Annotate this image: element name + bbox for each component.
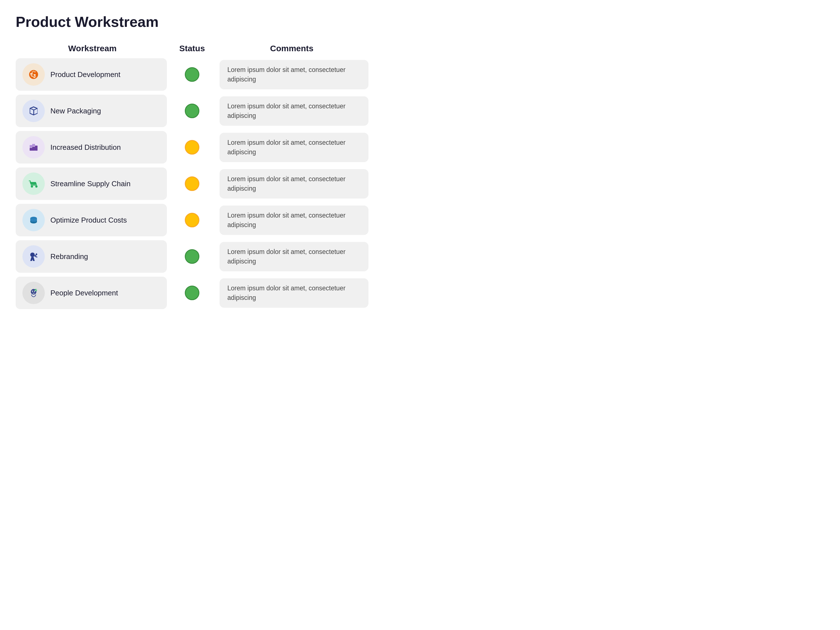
svg-point-11 [32,291,33,292]
comments-text-increased-distribution: Lorem ipsum dolor sit amet, consectetuer… [227,138,361,157]
comments-text-rebranding: Lorem ipsum dolor sit amet, consectetuer… [227,247,361,266]
status-cell-rebranding [167,249,217,264]
table-row-streamline-supply-chain: Streamline Supply Chain Lorem ipsum dolo… [16,167,368,200]
workstream-label-optimize-product-costs: Optimize Product Costs [51,216,127,224]
comments-text-streamline-supply-chain: Lorem ipsum dolor sit amet, consectetuer… [227,174,361,193]
workstream-cell-product-development: Product Development [16,58,167,91]
table-row-product-development: Product Development Lorem ipsum dolor si… [16,58,368,91]
icon-rebranding [22,245,45,268]
status-dot-streamline-supply-chain [185,177,199,191]
icon-optimize-product-costs [22,209,45,231]
workstream-table: Workstream Status Comments Product Devel… [16,44,368,309]
workstream-label-people-development: People Development [51,289,118,297]
svg-rect-3 [30,145,33,148]
status-dot-people-development [185,286,199,300]
table-body: Product Development Lorem ipsum dolor si… [16,58,368,309]
comments-cell-product-development: Lorem ipsum dolor sit amet, consectetuer… [219,60,368,89]
workstream-label-increased-distribution: Increased Distribution [51,143,121,152]
header-comments: Comments [217,44,366,53]
svg-point-6 [35,185,38,188]
comments-cell-increased-distribution: Lorem ipsum dolor sit amet, consectetuer… [219,133,368,162]
table-header: Workstream Status Comments [16,44,368,53]
comments-cell-new-packaging: Lorem ipsum dolor sit amet, consectetuer… [219,96,368,126]
status-cell-streamline-supply-chain [167,177,217,191]
comments-text-product-development: Lorem ipsum dolor sit amet, consectetuer… [227,65,361,84]
workstream-label-streamline-supply-chain: Streamline Supply Chain [51,180,131,188]
table-row-people-development: People Development Lorem ipsum dolor sit… [16,276,368,309]
svg-rect-2 [35,145,38,151]
svg-point-5 [31,185,33,188]
page-title: Product Workstream [16,13,824,30]
table-row-optimize-product-costs: Optimize Product Costs Lorem ipsum dolor… [16,204,368,236]
status-cell-people-development [167,286,217,300]
header-status: Status [167,44,217,53]
svg-point-7 [30,217,37,220]
svg-point-8 [30,253,35,257]
comments-cell-streamline-supply-chain: Lorem ipsum dolor sit amet, consectetuer… [219,169,368,199]
comments-text-new-packaging: Lorem ipsum dolor sit amet, consectetuer… [227,101,361,121]
status-dot-increased-distribution [185,140,199,155]
status-cell-increased-distribution [167,140,217,155]
comments-text-people-development: Lorem ipsum dolor sit amet, consectetuer… [227,283,361,303]
svg-rect-1 [32,147,35,151]
workstream-label-product-development: Product Development [51,70,120,79]
workstream-cell-optimize-product-costs: Optimize Product Costs [16,204,167,236]
icon-increased-distribution [22,136,45,158]
header-workstream: Workstream [18,44,167,53]
status-dot-rebranding [185,249,199,264]
workstream-cell-rebranding: Rebranding [16,240,167,273]
workstream-cell-increased-distribution: Increased Distribution [16,131,167,164]
workstream-label-rebranding: Rebranding [51,252,88,261]
status-cell-new-packaging [167,104,217,118]
icon-streamline-supply-chain [22,172,45,195]
workstream-cell-streamline-supply-chain: Streamline Supply Chain [16,167,167,200]
workstream-cell-people-development: People Development [16,276,167,309]
status-dot-product-development [185,67,199,82]
comments-cell-people-development: Lorem ipsum dolor sit amet, consectetuer… [219,278,368,308]
status-dot-optimize-product-costs [185,213,199,227]
status-cell-optimize-product-costs [167,213,217,227]
svg-rect-0 [30,148,33,151]
comments-cell-optimize-product-costs: Lorem ipsum dolor sit amet, consectetuer… [219,205,368,235]
comments-text-optimize-product-costs: Lorem ipsum dolor sit amet, consectetuer… [227,210,361,230]
svg-rect-4 [32,144,35,147]
table-row-rebranding: Rebranding Lorem ipsum dolor sit amet, c… [16,240,368,273]
status-dot-new-packaging [185,104,199,118]
table-row-new-packaging: New Packaging Lorem ipsum dolor sit amet… [16,95,368,127]
comments-cell-rebranding: Lorem ipsum dolor sit amet, consectetuer… [219,242,368,271]
workstream-label-new-packaging: New Packaging [51,107,101,115]
workstream-cell-new-packaging: New Packaging [16,95,167,127]
icon-new-packaging [22,99,45,122]
status-cell-product-development [167,67,217,82]
icon-product-development [22,63,45,86]
icon-people-development [22,282,45,304]
table-row-increased-distribution: Increased Distribution Lorem ipsum dolor… [16,131,368,164]
